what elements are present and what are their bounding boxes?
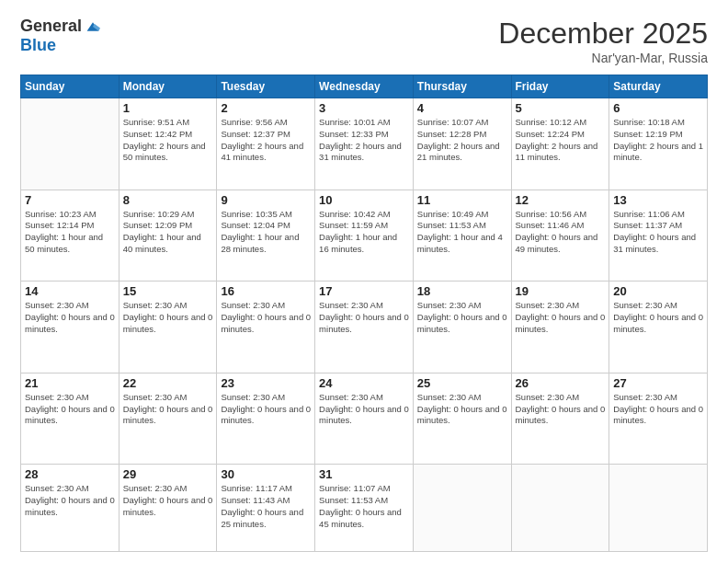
day-info: Sunset: 2:30 AM Daylight: 0 hours and 0 … [25, 300, 115, 335]
calendar-cell: 5Sunrise: 10:12 AM Sunset: 12:24 PM Dayl… [511, 98, 609, 190]
day-info: Sunset: 2:30 AM Daylight: 0 hours and 0 … [516, 300, 606, 335]
day-info: Sunrise: 10:12 AM Sunset: 12:24 PM Dayli… [516, 117, 606, 164]
calendar-cell: 2Sunrise: 9:56 AM Sunset: 12:37 PM Dayli… [217, 98, 315, 190]
day-number: 27 [613, 376, 703, 390]
header-saturday: Saturday [609, 75, 708, 98]
day-info: Sunrise: 11:07 AM Sunset: 11:53 AM Dayli… [319, 483, 409, 530]
day-number: 28 [25, 467, 115, 481]
day-number: 23 [221, 376, 311, 390]
day-info: Sunset: 2:30 AM Daylight: 0 hours and 0 … [613, 392, 703, 427]
day-info: Sunset: 2:30 AM Daylight: 0 hours and 0 … [319, 392, 409, 427]
logo-blue-text: Blue [20, 36, 56, 55]
calendar-cell: 21Sunset: 2:30 AM Daylight: 0 hours and … [21, 373, 119, 465]
calendar-cell: 28Sunset: 2:30 AM Daylight: 0 hours and … [21, 465, 119, 552]
logo-general-text: General [20, 17, 82, 36]
week-row-4: 21Sunset: 2:30 AM Daylight: 0 hours and … [21, 373, 708, 465]
calendar-cell: 24Sunset: 2:30 AM Daylight: 0 hours and … [315, 373, 414, 465]
logo-icon [85, 19, 100, 34]
day-number: 11 [417, 193, 507, 207]
day-info: Sunset: 2:30 AM Daylight: 0 hours and 0 … [25, 392, 115, 427]
header: General Blue December 2025 Nar'yan-Mar, … [20, 17, 708, 65]
calendar-cell: 3Sunrise: 10:01 AM Sunset: 12:33 PM Dayl… [315, 98, 414, 190]
calendar-cell: 30Sunrise: 11:17 AM Sunset: 11:43 AM Day… [217, 465, 315, 552]
day-info: Sunset: 2:30 AM Daylight: 0 hours and 0 … [123, 483, 213, 518]
day-number: 3 [319, 101, 409, 115]
calendar-cell: 31Sunrise: 11:07 AM Sunset: 11:53 AM Day… [315, 465, 414, 552]
day-number: 24 [319, 376, 409, 390]
day-number: 9 [221, 193, 311, 207]
calendar-table: Sunday Monday Tuesday Wednesday Thursday… [20, 75, 708, 552]
day-info: Sunrise: 10:29 AM Sunset: 12:09 PM Dayli… [123, 209, 213, 256]
day-number: 5 [516, 101, 606, 115]
calendar-cell: 22Sunset: 2:30 AM Daylight: 0 hours and … [119, 373, 217, 465]
week-row-3: 14Sunset: 2:30 AM Daylight: 0 hours and … [21, 282, 708, 373]
day-info: Sunrise: 9:56 AM Sunset: 12:37 PM Daylig… [221, 117, 311, 164]
day-number: 1 [123, 101, 213, 115]
day-info: Sunset: 2:30 AM Daylight: 0 hours and 0 … [417, 392, 507, 427]
day-info: Sunset: 2:30 AM Daylight: 0 hours and 0 … [25, 483, 115, 518]
day-number: 29 [123, 467, 213, 481]
day-number: 31 [319, 467, 409, 481]
calendar-cell: 14Sunset: 2:30 AM Daylight: 0 hours and … [21, 282, 119, 373]
day-info: Sunset: 2:30 AM Daylight: 0 hours and 0 … [319, 300, 409, 335]
calendar-cell: 20Sunset: 2:30 AM Daylight: 0 hours and … [609, 282, 708, 373]
calendar-cell: 9Sunrise: 10:35 AM Sunset: 12:04 PM Dayl… [217, 190, 315, 282]
day-info: Sunset: 2:30 AM Daylight: 0 hours and 0 … [123, 392, 213, 427]
title-area: December 2025 Nar'yan-Mar, Russia [498, 17, 708, 65]
header-monday: Monday [119, 75, 217, 98]
day-info: Sunrise: 10:07 AM Sunset: 12:28 PM Dayli… [417, 117, 507, 164]
day-info: Sunrise: 10:23 AM Sunset: 12:14 PM Dayli… [25, 209, 115, 256]
day-number: 18 [417, 284, 507, 298]
week-row-1: 1Sunrise: 9:51 AM Sunset: 12:42 PM Dayli… [21, 98, 708, 190]
day-number: 6 [613, 101, 703, 115]
calendar-cell [413, 465, 511, 552]
weekday-header-row: Sunday Monday Tuesday Wednesday Thursday… [21, 75, 708, 98]
logo: General Blue [20, 17, 100, 55]
calendar-cell: 25Sunset: 2:30 AM Daylight: 0 hours and … [413, 373, 511, 465]
calendar-cell [609, 465, 708, 552]
day-number: 26 [516, 376, 606, 390]
day-number: 25 [417, 376, 507, 390]
day-info: Sunrise: 10:01 AM Sunset: 12:33 PM Dayli… [319, 117, 409, 164]
day-number: 21 [25, 376, 115, 390]
calendar-cell [511, 465, 609, 552]
week-row-2: 7Sunrise: 10:23 AM Sunset: 12:14 PM Dayl… [21, 190, 708, 282]
calendar-cell: 18Sunset: 2:30 AM Daylight: 0 hours and … [413, 282, 511, 373]
day-number: 12 [516, 193, 606, 207]
day-info: Sunrise: 10:49 AM Sunset: 11:53 AM Dayli… [417, 209, 507, 256]
header-wednesday: Wednesday [315, 75, 414, 98]
calendar-page: General Blue December 2025 Nar'yan-Mar, … [0, 0, 728, 563]
day-info: Sunrise: 11:06 AM Sunset: 11:37 AM Dayli… [613, 209, 703, 256]
day-number: 2 [221, 101, 311, 115]
header-tuesday: Tuesday [217, 75, 315, 98]
calendar-cell: 11Sunrise: 10:49 AM Sunset: 11:53 AM Day… [413, 190, 511, 282]
location: Nar'yan-Mar, Russia [498, 51, 708, 65]
day-info: Sunrise: 10:35 AM Sunset: 12:04 PM Dayli… [221, 209, 311, 256]
month-title: December 2025 [498, 17, 708, 51]
calendar-cell: 27Sunset: 2:30 AM Daylight: 0 hours and … [609, 373, 708, 465]
day-number: 10 [319, 193, 409, 207]
day-info: Sunset: 2:30 AM Daylight: 0 hours and 0 … [221, 392, 311, 427]
day-number: 30 [221, 467, 311, 481]
day-info: Sunset: 2:30 AM Daylight: 0 hours and 0 … [221, 300, 311, 335]
day-number: 22 [123, 376, 213, 390]
calendar-cell: 1Sunrise: 9:51 AM Sunset: 12:42 PM Dayli… [119, 98, 217, 190]
day-info: Sunrise: 10:56 AM Sunset: 11:46 AM Dayli… [516, 209, 606, 256]
day-info: Sunrise: 10:42 AM Sunset: 11:59 AM Dayli… [319, 209, 409, 256]
calendar-cell: 23Sunset: 2:30 AM Daylight: 0 hours and … [217, 373, 315, 465]
calendar-cell: 17Sunset: 2:30 AM Daylight: 0 hours and … [315, 282, 414, 373]
day-info: Sunrise: 11:17 AM Sunset: 11:43 AM Dayli… [221, 483, 311, 530]
day-number: 14 [25, 284, 115, 298]
calendar-cell: 16Sunset: 2:30 AM Daylight: 0 hours and … [217, 282, 315, 373]
calendar-cell: 10Sunrise: 10:42 AM Sunset: 11:59 AM Day… [315, 190, 414, 282]
day-number: 16 [221, 284, 311, 298]
day-number: 4 [417, 101, 507, 115]
calendar-cell: 6Sunrise: 10:18 AM Sunset: 12:19 PM Dayl… [609, 98, 708, 190]
day-info: Sunset: 2:30 AM Daylight: 0 hours and 0 … [516, 392, 606, 427]
calendar-cell [21, 98, 119, 190]
header-friday: Friday [511, 75, 609, 98]
calendar-cell: 15Sunset: 2:30 AM Daylight: 0 hours and … [119, 282, 217, 373]
day-number: 8 [123, 193, 213, 207]
header-thursday: Thursday [413, 75, 511, 98]
day-info: Sunset: 2:30 AM Daylight: 0 hours and 0 … [417, 300, 507, 335]
